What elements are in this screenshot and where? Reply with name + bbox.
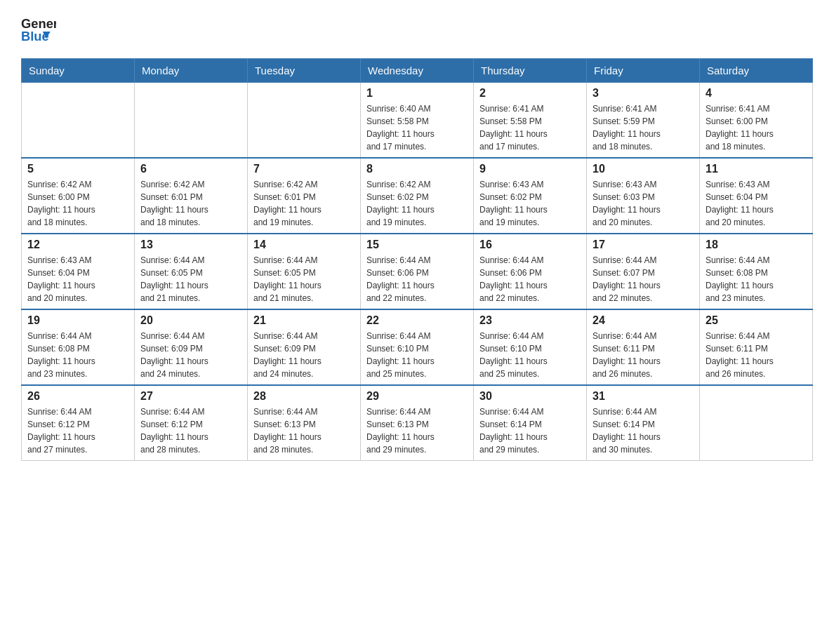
day-number: 13 [140,239,241,251]
calendar-cell: 8Sunrise: 6:42 AM Sunset: 6:02 PM Daylig… [361,158,474,234]
calendar-cell: 16Sunrise: 6:44 AM Sunset: 6:06 PM Dayli… [474,234,587,309]
day-number: 12 [27,239,128,251]
day-number: 22 [366,314,468,327]
calendar-cell: 11Sunrise: 6:43 AM Sunset: 6:04 PM Dayli… [700,158,813,234]
calendar-cell: 25Sunrise: 6:44 AM Sunset: 6:11 PM Dayli… [700,309,813,385]
col-thursday: Thursday [474,59,587,83]
day-info: Sunrise: 6:43 AM Sunset: 6:03 PM Dayligh… [593,178,694,229]
calendar-cell: 26Sunrise: 6:44 AM Sunset: 6:12 PM Dayli… [22,385,135,461]
day-info: Sunrise: 6:44 AM Sunset: 6:14 PM Dayligh… [479,405,581,456]
day-number: 3 [593,87,694,100]
calendar-cell: 22Sunrise: 6:44 AM Sunset: 6:10 PM Dayli… [361,309,474,385]
col-saturday: Saturday [700,59,813,83]
day-info: Sunrise: 6:44 AM Sunset: 6:13 PM Dayligh… [366,405,468,456]
day-number: 27 [140,390,241,403]
day-info: Sunrise: 6:41 AM Sunset: 5:58 PM Dayligh… [479,102,581,153]
day-info: Sunrise: 6:44 AM Sunset: 6:06 PM Dayligh… [366,254,468,304]
calendar-cell: 18Sunrise: 6:44 AM Sunset: 6:08 PM Dayli… [700,234,813,309]
calendar-cell: 27Sunrise: 6:44 AM Sunset: 6:12 PM Dayli… [135,385,248,461]
day-info: Sunrise: 6:44 AM Sunset: 6:08 PM Dayligh… [706,254,807,304]
day-info: Sunrise: 6:42 AM Sunset: 6:01 PM Dayligh… [140,178,241,229]
day-info: Sunrise: 6:44 AM Sunset: 6:12 PM Dayligh… [27,405,128,456]
calendar-cell: 29Sunrise: 6:44 AM Sunset: 6:13 PM Dayli… [361,385,474,461]
day-info: Sunrise: 6:44 AM Sunset: 6:09 PM Dayligh… [253,330,355,380]
calendar-cell: 14Sunrise: 6:44 AM Sunset: 6:05 PM Dayli… [248,234,361,309]
col-wednesday: Wednesday [361,59,474,83]
calendar-cell: 20Sunrise: 6:44 AM Sunset: 6:09 PM Dayli… [135,309,248,385]
day-info: Sunrise: 6:42 AM Sunset: 6:01 PM Dayligh… [253,178,355,229]
calendar-cell: 21Sunrise: 6:44 AM Sunset: 6:09 PM Dayli… [248,309,361,385]
day-info: Sunrise: 6:41 AM Sunset: 6:00 PM Dayligh… [706,102,807,153]
day-number: 18 [706,239,807,251]
calendar-cell: 13Sunrise: 6:44 AM Sunset: 6:05 PM Dayli… [135,234,248,309]
day-info: Sunrise: 6:44 AM Sunset: 6:11 PM Dayligh… [593,330,694,380]
day-info: Sunrise: 6:42 AM Sunset: 6:02 PM Dayligh… [366,178,468,229]
calendar-cell: 4Sunrise: 6:41 AM Sunset: 6:00 PM Daylig… [700,83,813,159]
calendar-cell [700,385,813,461]
day-number: 23 [479,314,581,327]
calendar-cell: 28Sunrise: 6:44 AM Sunset: 6:13 PM Dayli… [248,385,361,461]
day-number: 25 [706,314,807,327]
day-info: Sunrise: 6:43 AM Sunset: 6:02 PM Dayligh… [479,178,581,229]
day-info: Sunrise: 6:44 AM Sunset: 6:14 PM Dayligh… [593,405,694,456]
day-info: Sunrise: 6:44 AM Sunset: 6:10 PM Dayligh… [479,330,581,380]
day-number: 9 [479,163,581,175]
day-info: Sunrise: 6:44 AM Sunset: 6:05 PM Dayligh… [140,254,241,304]
calendar-week-row: 12Sunrise: 6:43 AM Sunset: 6:04 PM Dayli… [22,234,813,309]
col-monday: Monday [135,59,248,83]
day-number: 2 [479,87,581,100]
day-number: 20 [140,314,241,327]
calendar-cell: 24Sunrise: 6:44 AM Sunset: 6:11 PM Dayli… [587,309,700,385]
svg-text:Blue: Blue [21,29,49,43]
calendar-cell: 12Sunrise: 6:43 AM Sunset: 6:04 PM Dayli… [22,234,135,309]
day-info: Sunrise: 6:44 AM Sunset: 6:13 PM Dayligh… [253,405,355,456]
day-number: 24 [593,314,694,327]
calendar-week-row: 5Sunrise: 6:42 AM Sunset: 6:00 PM Daylig… [22,158,813,234]
day-number: 17 [593,239,694,251]
day-number: 21 [253,314,355,327]
day-number: 8 [366,163,468,175]
col-sunday: Sunday [22,59,135,83]
calendar-cell: 3Sunrise: 6:41 AM Sunset: 5:59 PM Daylig… [587,83,700,159]
day-number: 26 [27,390,128,403]
day-info: Sunrise: 6:43 AM Sunset: 6:04 PM Dayligh… [706,178,807,229]
col-friday: Friday [587,59,700,83]
calendar-cell: 5Sunrise: 6:42 AM Sunset: 6:00 PM Daylig… [22,158,135,234]
calendar-cell: 23Sunrise: 6:44 AM Sunset: 6:10 PM Dayli… [474,309,587,385]
day-info: Sunrise: 6:44 AM Sunset: 6:11 PM Dayligh… [706,330,807,380]
calendar-cell: 9Sunrise: 6:43 AM Sunset: 6:02 PM Daylig… [474,158,587,234]
calendar-week-row: 1Sunrise: 6:40 AM Sunset: 5:58 PM Daylig… [22,83,813,159]
day-info: Sunrise: 6:44 AM Sunset: 6:09 PM Dayligh… [140,330,241,380]
weekday-header-row: Sunday Monday Tuesday Wednesday Thursday… [22,59,813,83]
day-number: 1 [366,87,468,100]
day-info: Sunrise: 6:44 AM Sunset: 6:05 PM Dayligh… [253,254,355,304]
calendar-cell: 31Sunrise: 6:44 AM Sunset: 6:14 PM Dayli… [587,385,700,461]
day-number: 31 [593,390,694,403]
day-info: Sunrise: 6:40 AM Sunset: 5:58 PM Dayligh… [366,102,468,153]
calendar-cell: 17Sunrise: 6:44 AM Sunset: 6:07 PM Dayli… [587,234,700,309]
day-number: 6 [140,163,241,175]
calendar-cell: 10Sunrise: 6:43 AM Sunset: 6:03 PM Dayli… [587,158,700,234]
calendar-cell: 19Sunrise: 6:44 AM Sunset: 6:08 PM Dayli… [22,309,135,385]
day-number: 5 [27,163,128,175]
calendar-cell: 6Sunrise: 6:42 AM Sunset: 6:01 PM Daylig… [135,158,248,234]
day-info: Sunrise: 6:41 AM Sunset: 5:59 PM Dayligh… [593,102,694,153]
calendar-cell: 15Sunrise: 6:44 AM Sunset: 6:06 PM Dayli… [361,234,474,309]
day-info: Sunrise: 6:42 AM Sunset: 6:00 PM Dayligh… [27,178,128,229]
calendar-week-row: 19Sunrise: 6:44 AM Sunset: 6:08 PM Dayli… [22,309,813,385]
calendar-cell [248,83,361,159]
calendar-cell: 2Sunrise: 6:41 AM Sunset: 5:58 PM Daylig… [474,83,587,159]
calendar-cell: 1Sunrise: 6:40 AM Sunset: 5:58 PM Daylig… [361,83,474,159]
day-number: 11 [706,163,807,175]
logo-icon: General Blue [21,14,56,46]
page-header: General Blue [21,14,813,46]
day-number: 10 [593,163,694,175]
calendar-week-row: 26Sunrise: 6:44 AM Sunset: 6:12 PM Dayli… [22,385,813,461]
day-info: Sunrise: 6:43 AM Sunset: 6:04 PM Dayligh… [27,254,128,304]
calendar-cell: 30Sunrise: 6:44 AM Sunset: 6:14 PM Dayli… [474,385,587,461]
day-number: 15 [366,239,468,251]
day-number: 30 [479,390,581,403]
day-number: 19 [27,314,128,327]
day-number: 7 [253,163,355,175]
col-tuesday: Tuesday [248,59,361,83]
